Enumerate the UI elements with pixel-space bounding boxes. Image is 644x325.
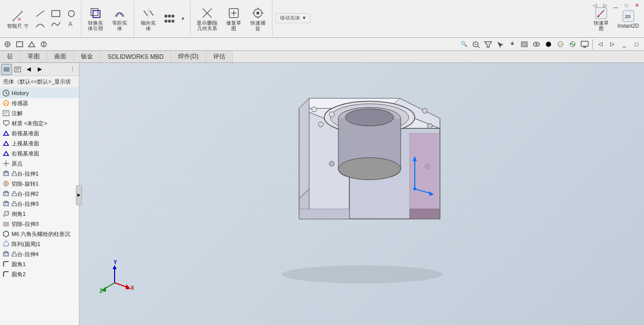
btn-circle[interactable] [64,9,79,19]
svg-rect-72 [4,192,9,196]
tree-item-fillet2[interactable]: 圆角2 [0,269,79,279]
tab-evaluate-label: 评估 [213,52,225,61]
tree-item-fillet1[interactable]: 圆角1 [0,259,79,269]
svg-line-4 [36,11,44,17]
svg-marker-105 [113,265,117,269]
btn-text[interactable]: A [64,19,79,29]
btn-instant2d[interactable]: 2D Instant2D [614,8,642,30]
tree-item-front-plane[interactable]: 前视基准面 [0,128,79,138]
btn-scene[interactable] [555,39,566,50]
svg-marker-85 [4,251,9,253]
btn-smart-dimension[interactable]: R 智能尺 寸 [4,8,32,30]
panel-btn-back[interactable]: ◀ [23,64,34,75]
btn-select[interactable] [495,39,506,50]
viewport[interactable]: Y X Z [79,63,644,325]
btn-mirror[interactable]: 镜向实体 [137,5,159,33]
btn-line[interactable] [33,9,48,19]
svg-marker-69 [4,171,9,172]
main-content: ◀ ▶ ⋮ 壳体（默认<<默认>_显示状 History 传感器 [0,63,644,325]
tab-mbd-label: SOLIDWORKS MBD [108,53,163,60]
btn-minimize[interactable]: _ [611,0,621,10]
tree-item-boss-extrude4[interactable]: 凸台-拉伸4 [0,249,79,259]
tab-sketch[interactable]: 草图 [21,51,47,62]
btn-linear-pattern[interactable] [160,13,178,24]
btn-display-style[interactable] [519,39,530,50]
btn-offset-entities[interactable]: 等距实体 [109,5,131,33]
btn-zoom-area[interactable] [471,39,482,50]
btn-spline[interactable] [48,19,63,29]
btn-close[interactable]: ✕ [632,0,642,10]
axis-indicator: Y X Z [100,260,135,297]
quick-snap-icon [251,6,265,20]
btn-repair-sketch[interactable]: 修复草图 [223,5,245,33]
btn-move-entity[interactable]: 移动实体 ▼ [275,13,311,23]
btn-realview[interactable] [567,39,578,50]
tree-item-annotations[interactable]: 注解 [0,108,79,118]
svg-text:Y: Y [114,260,117,265]
svg-point-90 [338,157,401,180]
tree-item-circular-pattern1[interactable]: 阵列(圆周)1 [0,239,79,249]
tree-item-right-plane[interactable]: 右视基准面 [0,148,79,158]
tab-evaluate[interactable]: 评估 [206,51,233,62]
svg-point-13 [168,15,171,18]
btn-sec-2[interactable] [14,39,25,50]
tab-weldment[interactable]: 焊件(D) [171,51,206,62]
tree-item-bolt-hole[interactable]: M6 六角头螺栓的柱形沉 [0,229,79,239]
tree-item-boss-extrude3[interactable]: 凸台-拉伸3 [0,199,79,209]
btn-expand-left[interactable]: ◁ [590,0,600,10]
history-label: History [12,90,29,96]
panel-btn-list[interactable] [1,64,12,75]
btn-panel-left[interactable]: ◁ [595,39,606,50]
btn-convert-entities[interactable]: 转换实体引用 [84,5,107,33]
svg-point-24 [256,12,259,15]
tree-item-origin[interactable]: 原点 [0,158,79,169]
tree-item-boss-extrude2[interactable]: 凸台-拉伸2 [0,189,79,199]
tree-item-sensors[interactable]: 传感器 [0,98,79,108]
panel-collapse-handle[interactable]: ▶ [76,185,82,205]
offset-icon [113,6,127,20]
svg-point-14 [171,15,174,18]
svg-rect-57 [15,67,21,72]
svg-point-46 [535,43,537,45]
panel-btn-forward[interactable]: ▶ [34,64,45,75]
btn-min[interactable]: _ [619,39,630,50]
boss-extrude4-icon [2,250,10,258]
btn-appearance[interactable] [543,39,554,50]
btn-expand-right[interactable]: ▷ [600,0,610,10]
tree-item-chamfer1[interactable]: 倒角1 [0,209,79,219]
tree-item-top-plane[interactable]: 上视基准面 [0,138,79,148]
svg-text:R: R [18,17,21,22]
btn-maximize[interactable]: □ [621,0,631,10]
btn-quick-snap[interactable]: 快速捕捉 [247,5,269,33]
btn-arc[interactable] [33,19,48,29]
btn-monitor[interactable] [579,39,590,50]
panel-btn-more[interactable]: ⋮ [67,64,78,75]
btn-hide-show[interactable] [531,39,542,50]
svg-rect-36 [17,42,23,47]
svg-point-93 [422,108,427,113]
svg-point-94 [318,122,323,127]
btn-sec-3[interactable] [26,39,37,50]
btn-panel-right[interactable]: ▷ [607,39,618,50]
tab-mbd[interactable]: SOLIDWORKS MBD [101,51,171,62]
tab-surface[interactable]: 曲面 [47,51,74,62]
btn-filter[interactable] [483,39,494,50]
btn-max[interactable]: □ [631,39,642,50]
panel-btn-props[interactable] [12,64,23,75]
btn-display-delete[interactable]: 显示/删除几何关系 [194,5,221,33]
tree-item-cut-revolve1[interactable]: 切除-旋转1 [0,179,79,189]
tree-item-cut-extrude3[interactable]: 切除-拉伸3 [0,219,79,229]
btn-sec-4[interactable] [38,39,49,50]
tree-item-history[interactable]: History [0,88,79,98]
tab-sheet-metal[interactable]: 钣金 [74,51,101,62]
tree-item-material[interactable]: 材质 <未指定> [0,118,79,128]
btn-sec-1[interactable] [2,39,13,50]
btn-move-view[interactable] [507,39,518,50]
tab-sheet-metal-label: 钣金 [81,52,93,61]
tab-feature[interactable]: 征 [0,51,21,62]
tree-item-boss-extrude1[interactable]: 凸台-拉伸1 [0,169,79,179]
btn-rectangle[interactable] [48,9,63,19]
btn-search[interactable]: 🔍 [458,39,470,50]
btn-pattern-dropdown[interactable]: ▼ [179,13,187,24]
svg-point-91 [345,109,394,126]
